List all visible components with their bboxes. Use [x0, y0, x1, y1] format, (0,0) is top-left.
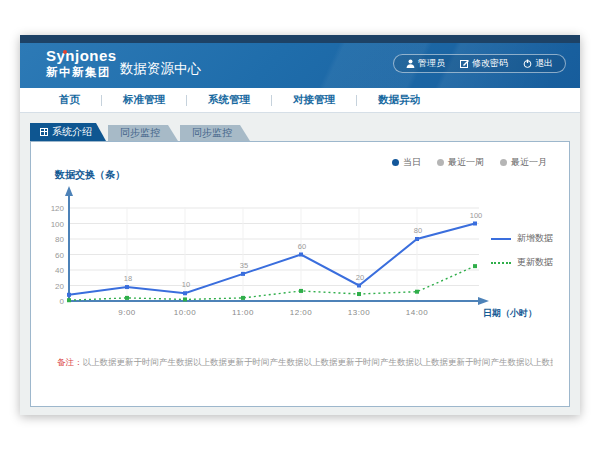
- data-point: [415, 290, 419, 294]
- logout-label: 退出: [535, 57, 553, 70]
- x-tick-label: 11:00: [232, 308, 254, 317]
- legend-item-updated-data[interactable]: 更新数据: [491, 256, 553, 269]
- brand-logo-chinese: 新中新集团: [46, 65, 117, 80]
- content-area: 系统介绍 同步监控 同步监控 当日 最近一周: [20, 113, 580, 415]
- logout-button[interactable]: 退出: [523, 57, 553, 70]
- tab-system-intro[interactable]: 系统介绍: [30, 123, 106, 141]
- data-point: [241, 272, 245, 276]
- edit-icon: [460, 59, 469, 68]
- x-tick-label: 13:00: [348, 308, 371, 317]
- tab-label: 同步监控: [120, 126, 160, 140]
- change-password-label: 修改密码: [472, 57, 508, 70]
- y-tick-label: 100: [51, 220, 65, 229]
- point-label: 35: [240, 261, 248, 270]
- y-tick-label: 80: [55, 235, 64, 244]
- point-label: 60: [298, 242, 306, 251]
- dotted-line-swatch: [491, 262, 511, 264]
- x-axis-title: 日期（小时）: [483, 308, 537, 318]
- user-icon: [406, 59, 415, 68]
- data-point: [125, 285, 129, 289]
- tab-label: 同步监控: [192, 126, 232, 140]
- brand-logo-text: Synjones: [46, 47, 117, 64]
- tab-sync-monitor-1[interactable]: 同步监控: [108, 125, 178, 141]
- legend-label: 更新数据: [517, 256, 553, 269]
- nav-item-standard-mgmt[interactable]: 标准管理: [102, 93, 186, 107]
- data-point: [299, 253, 303, 257]
- y-axis-arrow: [65, 186, 73, 196]
- change-password-button[interactable]: 修改密码: [460, 57, 508, 70]
- data-point: [67, 293, 71, 297]
- footnote-prefix: 备注：: [57, 357, 83, 367]
- main-nav: 首页 标准管理 系统管理 对接管理 数据异动: [20, 88, 580, 113]
- nav-item-home[interactable]: 首页: [38, 93, 101, 107]
- data-point: [299, 289, 303, 293]
- radio-label: 当日: [403, 156, 421, 169]
- footnote-text: 以上数据更新于时间产生数据以上数据更新于时间产生数据以上数据更新于时间产生数据以…: [83, 357, 554, 367]
- y-tick-label: 20: [55, 282, 64, 291]
- tab-bar: 系统介绍 同步监控 同步监控: [30, 123, 250, 141]
- y-tick-label: 40: [55, 266, 64, 275]
- x-tick-label: 9:00: [118, 308, 136, 317]
- point-label: 100: [470, 211, 483, 220]
- solid-line-swatch: [491, 238, 511, 240]
- data-point: [357, 284, 361, 288]
- radio-label: 最近一月: [511, 156, 547, 169]
- data-point: [473, 264, 477, 268]
- radio-dot: [500, 159, 507, 166]
- footnote: 备注：以上数据更新于时间产生数据以上数据更新于时间产生数据以上数据更新于时间产生…: [57, 357, 553, 369]
- user-name-label: 管理员: [418, 57, 445, 70]
- y-tick-label: 120: [51, 204, 65, 213]
- radio-dot: [437, 159, 444, 166]
- chart-panel: 当日 最近一周 最近一月 数据交换（条） 0204060801001209:00…: [30, 141, 570, 407]
- page-title: 数据资源中心: [120, 43, 201, 88]
- user-menu[interactable]: 管理员: [406, 57, 445, 70]
- user-toolbar: 管理员 修改密码 退出: [393, 54, 566, 73]
- legend-label: 新增数据: [517, 232, 553, 245]
- grid-icon: [40, 128, 48, 136]
- data-point: [415, 237, 419, 241]
- tab-sync-monitor-2[interactable]: 同步监控: [180, 125, 250, 141]
- header-top-strip: [20, 35, 580, 43]
- app-header: Synjones 新中新集团 数据资源中心 管理员 修改密码: [20, 43, 580, 88]
- app-window: Synjones 新中新集团 数据资源中心 管理员 修改密码: [20, 35, 580, 415]
- series-line: [69, 266, 475, 300]
- radio-today[interactable]: 当日: [392, 156, 421, 169]
- point-label: 10: [182, 280, 190, 289]
- x-tick-label: 10:00: [174, 308, 197, 317]
- data-point: [67, 298, 71, 302]
- radio-dot: [392, 159, 399, 166]
- data-point: [357, 292, 361, 296]
- nav-item-system-mgmt[interactable]: 系统管理: [187, 93, 271, 107]
- data-point: [183, 291, 187, 295]
- point-label: 18: [124, 274, 132, 283]
- x-tick-label: 12:00: [290, 308, 313, 317]
- legend-item-new-data[interactable]: 新增数据: [491, 232, 553, 245]
- brand-logo: Synjones 新中新集团: [46, 47, 117, 80]
- nav-item-interface-mgmt[interactable]: 对接管理: [272, 93, 356, 107]
- logo-red-accent: [63, 50, 67, 54]
- nav-item-data-change[interactable]: 数据异动: [357, 93, 441, 107]
- point-label: 20: [356, 273, 364, 282]
- x-axis-arrow: [478, 297, 489, 305]
- data-point: [183, 297, 187, 301]
- x-tick-label: 14:00: [406, 308, 429, 317]
- y-tick-label: 60: [55, 251, 64, 260]
- y-tick-label: 0: [60, 297, 65, 306]
- data-point: [241, 296, 245, 300]
- power-icon: [523, 59, 532, 68]
- radio-label: 最近一周: [448, 156, 484, 169]
- radio-last-month[interactable]: 最近一月: [500, 156, 547, 169]
- data-point: [473, 222, 477, 226]
- time-range-selector: 当日 最近一周 最近一月: [392, 156, 547, 169]
- line-chart: 0204060801001209:0010:0011:0012:0013:001…: [39, 171, 569, 346]
- chart-legend: 新增数据 更新数据: [491, 232, 553, 280]
- radio-last-week[interactable]: 最近一周: [437, 156, 484, 169]
- data-point: [125, 296, 129, 300]
- point-label: 80: [414, 226, 422, 235]
- tab-label: 系统介绍: [52, 125, 92, 139]
